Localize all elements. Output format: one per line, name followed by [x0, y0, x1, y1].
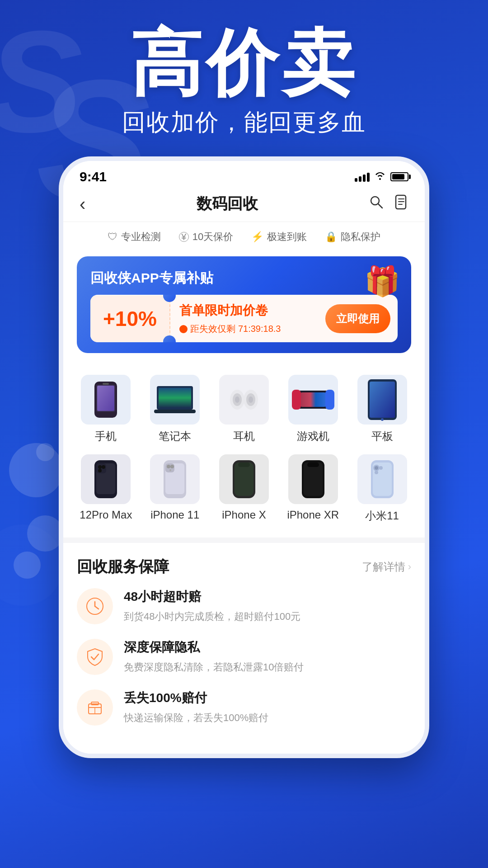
price-feature-icon: ¥: [179, 232, 189, 242]
battery-icon: [390, 172, 408, 181]
signal-bar-3: [363, 175, 366, 182]
coupon-info: 首单限时加价卷 距失效仅剩 71:39:18.3: [170, 295, 325, 342]
phone-mockup: 9:41: [59, 156, 429, 758]
feature-item-0: 🛡 专业检测: [108, 230, 161, 244]
search-icon[interactable]: [369, 194, 384, 213]
service-icon-2: [77, 689, 113, 726]
service-item-desc-0: 到货48小时内完成质检，超时赔付100元: [124, 609, 411, 624]
quick-img-iphonexr: [288, 454, 338, 504]
signal-bar-4: [367, 173, 370, 182]
nav-title: 数码回收: [197, 193, 258, 214]
quick-label-iphonex: iPhone X: [222, 509, 266, 521]
signal-bar-2: [359, 176, 361, 182]
nav-bar: ‹ 数码回收: [63, 188, 425, 222]
quick-label-xiaomi11: 小米11: [365, 509, 399, 523]
coupon-name: 首单限时加价卷: [179, 302, 316, 319]
svg-line-58: [95, 606, 99, 609]
svg-point-21: [249, 396, 253, 403]
service-item-desc-1: 免费深度隐私清除，若隐私泄露10倍赔付: [124, 660, 411, 675]
svg-point-55: [375, 471, 378, 474]
category-img-laptop: [150, 375, 200, 425]
category-grid-quick: 12Pro Max: [72, 451, 416, 527]
svg-point-54: [379, 466, 383, 470]
svg-rect-25: [292, 390, 301, 410]
timer-dot-icon: [179, 325, 188, 333]
battery-fill: [392, 174, 404, 179]
service-item-content-1: 深度保障隐私 免费深度隐私清除，若隐私泄露10倍赔付: [124, 639, 411, 675]
feature-label-2: 极速到账: [267, 230, 307, 244]
service-item-title-1: 深度保障隐私: [124, 639, 411, 656]
document-icon[interactable]: [395, 194, 408, 213]
svg-point-35: [102, 465, 105, 469]
feature-item-2: ⚡ 极速到账: [251, 230, 307, 244]
section-divider: [63, 538, 425, 543]
feature-label-1: 10天保价: [192, 230, 233, 244]
category-tablet[interactable]: 平板: [348, 371, 416, 447]
svg-point-34: [98, 465, 102, 469]
category-label-tablet: 平板: [371, 429, 393, 443]
category-label-game: 游戏机: [297, 429, 329, 443]
quick-img-xiaomi11: [357, 454, 407, 504]
service-more-label: 了解详情: [362, 560, 405, 574]
category-img-phone: [81, 375, 131, 425]
coupon-timer: 距失效仅剩 71:39:18.3: [179, 323, 316, 335]
quick-sell-xiaomi11[interactable]: 小米11: [348, 451, 416, 527]
features-row: 🛡 专业检测 ¥ 10天保价 ⚡ 极速到账 🔒 隐私保护: [63, 222, 425, 252]
svg-rect-29: [370, 382, 395, 418]
service-item-title-2: 丢失100%赔付: [124, 689, 411, 707]
back-button[interactable]: ‹: [80, 194, 85, 214]
quick-img-12promax: [81, 454, 131, 504]
quick-label-iphonexr: iPhone XR: [287, 509, 339, 521]
quick-sell-iphonex[interactable]: iPhone X: [211, 451, 278, 527]
svg-line-1: [378, 204, 382, 208]
coupon-banner: 回收侠APP专属补贴 +10% 首单限时加价卷 距失效仅剩 71:39:18.3…: [77, 256, 411, 353]
banner-decor-icon: 🎁: [364, 264, 400, 298]
coupon-inner: +10% 首单限时加价卷 距失效仅剩 71:39:18.3 立即使用: [90, 295, 398, 342]
category-img-earbuds: [219, 375, 269, 425]
coupon-banner-title: 回收侠APP专属补贴: [90, 269, 398, 288]
svg-point-18: [235, 396, 239, 403]
service-icon-1: [77, 639, 113, 675]
category-phone[interactable]: 手机: [72, 371, 140, 447]
svg-point-42: [169, 469, 171, 471]
status-icons: [355, 171, 408, 183]
category-laptop[interactable]: 笔记本: [141, 371, 209, 447]
hero-section: 高价卖 回收加价，能回更多血: [0, 0, 488, 152]
svg-rect-49: [307, 462, 319, 467]
coupon-timer-value: 71:39:18.3: [238, 324, 281, 334]
feature-label-3: 隐私保护: [341, 230, 380, 244]
category-game[interactable]: 游戏机: [279, 371, 347, 447]
coupon-use-button[interactable]: 立即使用: [325, 304, 390, 333]
category-earbuds[interactable]: 耳机: [211, 371, 278, 447]
lightning-feature-icon: ⚡: [251, 231, 263, 243]
signal-bars-icon: [355, 172, 370, 182]
service-header: 回收服务保障 了解详情 ›: [77, 557, 411, 577]
signal-bar-1: [355, 178, 357, 182]
quick-sell-iphone11[interactable]: iPhone 11: [141, 451, 209, 527]
svg-rect-8: [103, 383, 109, 385]
chevron-right-icon: ›: [408, 561, 411, 573]
category-grid-main: 手机: [72, 371, 416, 447]
coupon-timer-label: 距失效仅剩: [190, 323, 235, 335]
phone-mockup-wrap: 9:41: [0, 156, 488, 758]
svg-rect-10: [97, 386, 114, 411]
nav-actions: [369, 194, 408, 213]
service-item-1: 深度保障隐私 免费深度隐私清除，若隐私泄露10倍赔付: [77, 639, 411, 675]
quick-label-12promax: 12Pro Max: [80, 509, 132, 521]
service-item-content-0: 48小时超时赔 到货48小时内完成质检，超时赔付100元: [124, 588, 411, 624]
svg-rect-33: [96, 463, 106, 473]
service-item-content-2: 丢失100%赔付 快递运输保险，若丢失100%赔付: [124, 689, 411, 725]
category-label-phone: 手机: [95, 429, 117, 443]
service-more-link[interactable]: 了解详情 ›: [362, 560, 411, 574]
svg-point-30: [381, 418, 384, 421]
quick-img-iphone11: [150, 454, 200, 504]
status-bar: 9:41: [63, 161, 425, 188]
status-time: 9:41: [80, 169, 107, 184]
service-section: 回收服务保障 了解详情 › 48小时超时赔 到货48小时内完成质: [63, 543, 425, 754]
feature-item-3: 🔒 隐私保护: [325, 230, 380, 244]
quick-img-iphonex: [219, 454, 269, 504]
category-img-tablet: [357, 375, 407, 425]
feature-label-0: 专业检测: [121, 230, 161, 244]
quick-sell-iphonexr[interactable]: iPhone XR: [279, 451, 347, 527]
quick-sell-12promax[interactable]: 12Pro Max: [72, 451, 140, 527]
